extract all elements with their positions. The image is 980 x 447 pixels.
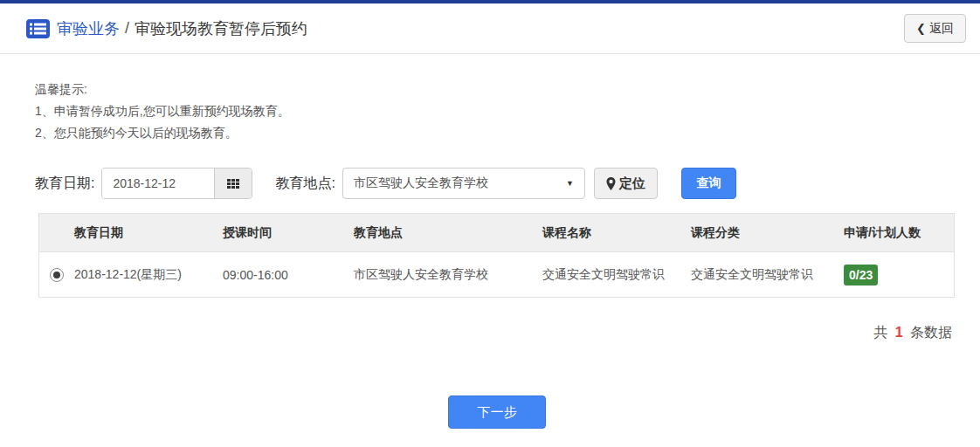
education-date-input[interactable] — [102, 168, 214, 198]
cell-course-category: 交通安全文明驾驶常识 — [691, 267, 844, 283]
back-arrow-icon: ❮ — [916, 22, 926, 35]
page-title: 审验现场教育暂停后预约 — [135, 18, 307, 39]
col-header-date: 教育日期 — [74, 225, 223, 241]
cell-location: 市区驾驶人安全教育学校 — [354, 267, 542, 283]
tips-line-1: 1、申请暂停成功后,您可以重新预约现场教育。 — [35, 100, 980, 122]
location-select[interactable]: 市区驾驶人安全教育学校 ▼ — [342, 168, 585, 199]
cell-time: 09:00-16:00 — [223, 268, 354, 282]
education-location-label: 教育地点: — [275, 175, 335, 193]
col-header-capacity: 申请/计划人数 — [844, 225, 954, 241]
cell-course-name: 交通安全文明驾驶常识 — [542, 267, 691, 283]
record-count-summary: 共 1 条数据 — [0, 324, 952, 342]
back-button[interactable]: ❮ 返回 — [904, 14, 966, 43]
summary-suffix: 条数据 — [910, 325, 952, 340]
filter-bar: 教育日期: 教育地点: 市区驾驶人安全教育学校 ▼ 定位 查询 — [35, 168, 980, 199]
table-header-row: 教育日期 授课时间 教育地点 课程名称 课程分类 申请/计划人数 — [39, 214, 954, 251]
breadcrumb: 审验业务 / 审验现场教育暂停后预约 — [26, 18, 307, 39]
summary-count: 1 — [892, 325, 907, 340]
education-date-label: 教育日期: — [35, 175, 94, 193]
col-header-course-category: 课程分类 — [691, 225, 844, 241]
cell-date: 2018-12-12(星期三) — [74, 267, 223, 283]
calendar-grid-icon — [227, 179, 239, 189]
summary-prefix: 共 — [873, 325, 887, 340]
schedule-table: 教育日期 授课时间 教育地点 课程名称 课程分类 申请/计划人数 2018-12… — [38, 213, 955, 298]
footer-actions: 下一步 — [0, 395, 980, 429]
chevron-down-icon: ▼ — [566, 179, 574, 188]
next-step-button[interactable]: 下一步 — [448, 395, 546, 429]
breadcrumb-separator: / — [125, 19, 129, 38]
col-header-course-name: 课程名称 — [542, 225, 691, 241]
col-header-time: 授课时间 — [223, 225, 354, 241]
table-row[interactable]: 2018-12-12(星期三) 09:00-16:00 市区驾驶人安全教育学校 … — [39, 251, 954, 297]
date-picker-button[interactable] — [214, 168, 252, 198]
map-pin-icon — [606, 177, 616, 190]
education-date-group — [101, 168, 252, 199]
back-button-label: 返回 — [929, 21, 954, 37]
col-header-location: 教育地点 — [354, 225, 542, 241]
location-select-value: 市区驾驶人安全教育学校 — [354, 175, 488, 191]
search-button[interactable]: 查询 — [681, 168, 736, 199]
tips-line-2: 2、您只能预约今天以后的现场教育。 — [35, 122, 980, 144]
page-header: 审验业务 / 审验现场教育暂停后预约 ❮ 返回 — [0, 3, 980, 54]
breadcrumb-section: 审验业务 — [57, 18, 120, 39]
locate-button[interactable]: 定位 — [594, 168, 658, 199]
list-document-icon — [26, 19, 50, 38]
locate-button-label: 定位 — [619, 175, 645, 192]
row-radio-selected[interactable] — [50, 268, 64, 282]
tips-title: 温馨提示: — [35, 79, 980, 100]
capacity-badge: 0/23 — [844, 265, 878, 285]
tips-block: 温馨提示: 1、申请暂停成功后,您可以重新预约现场教育。 2、您只能预约今天以后… — [35, 79, 980, 144]
